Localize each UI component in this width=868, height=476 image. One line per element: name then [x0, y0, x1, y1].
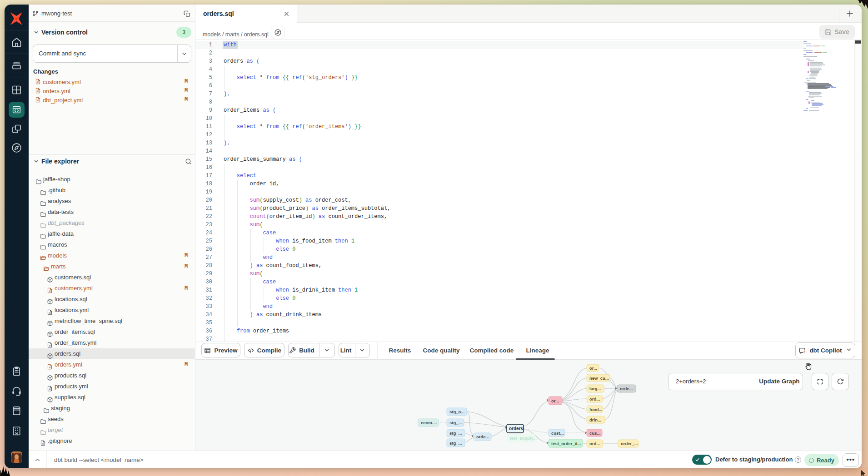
svg-text:stg_...: stg_...	[449, 420, 462, 425]
svg-text:ord...: ord...	[589, 441, 600, 446]
svg-text:orde...: orde...	[620, 386, 633, 391]
svg-text:drin...: drin...	[589, 417, 601, 422]
svg-text:orders: orders	[509, 426, 524, 431]
svg-text:stg_...: stg_...	[449, 441, 462, 446]
svg-text:ecom....: ecom....	[421, 420, 437, 425]
svg-text:cust...: cust...	[551, 431, 564, 436]
svg-text:orde...: orde...	[476, 434, 489, 439]
svg-text:food...: food...	[589, 407, 603, 412]
svg-text:or...: or...	[589, 366, 597, 371]
svg-text:test_order_it...: test_order_it...	[551, 441, 581, 446]
svg-text:ord...: ord...	[589, 397, 600, 402]
svg-text:order_...: order_...	[621, 441, 638, 446]
svg-text:larg...: larg...	[589, 386, 601, 391]
svg-text:cus...: cus...	[589, 431, 600, 436]
svg-text:stg_o...: stg_o...	[449, 409, 464, 414]
svg-text:test_supply...: test_supply...	[509, 436, 537, 441]
svg-text:stg_...: stg_...	[449, 431, 462, 436]
svg-text:or...: or...	[551, 398, 559, 403]
svg-text:new_cu...: new_cu...	[589, 376, 609, 381]
